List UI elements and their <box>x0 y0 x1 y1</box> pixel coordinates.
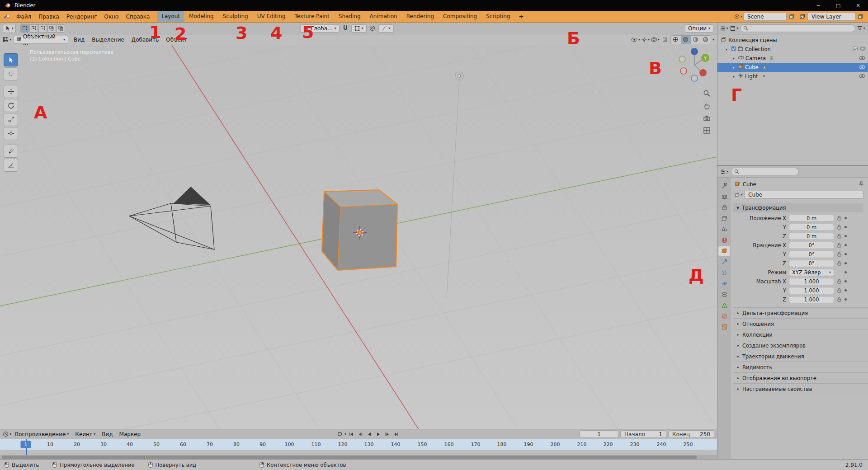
tool-cursor[interactable] <box>4 67 18 80</box>
view-layer-name-field[interactable]: View Layer <box>807 13 855 21</box>
animate-dot[interactable] <box>844 298 847 301</box>
value-field[interactable]: 1.000 <box>789 278 834 285</box>
display-mode-dropdown[interactable]: ▾ <box>730 24 738 33</box>
scene-name-field[interactable]: Scene <box>743 13 787 21</box>
light-row[interactable]: ▸ Light <box>717 72 868 81</box>
value-field[interactable]: 0 m <box>789 233 834 240</box>
shading-rendered-button[interactable] <box>701 36 711 44</box>
tab-particles[interactable] <box>718 268 730 277</box>
select-mode-extend[interactable] <box>29 24 38 33</box>
grid-ortho-icon[interactable] <box>703 127 711 136</box>
new-view-layer-button[interactable] <box>856 13 864 21</box>
collapsed-panel-header[interactable]: ▸ Настраиваемые свойства <box>733 383 868 394</box>
prev-keyframe-button[interactable] <box>356 431 364 438</box>
workspace-tab[interactable]: Compositing <box>439 11 481 22</box>
eye-icon[interactable] <box>859 64 865 70</box>
mode-dropdown[interactable]: Объектный ... ▾ <box>13 36 68 44</box>
timeline-menu-keying[interactable]: Кеинг▾ <box>72 430 98 438</box>
timeline-scrollbar-thumb[interactable] <box>2 456 697 459</box>
expander-icon[interactable]: ▸ <box>733 66 736 70</box>
tab-texture[interactable] <box>718 322 730 332</box>
object-name-field[interactable]: Cube <box>744 191 863 199</box>
eye-icon[interactable] <box>859 73 865 80</box>
next-keyframe-button[interactable] <box>383 431 392 438</box>
cube-row[interactable]: ▸ Cube <box>717 63 868 72</box>
value-field[interactable]: 0° <box>789 260 834 267</box>
menu-item[interactable]: Правка <box>35 12 63 21</box>
animate-dot[interactable] <box>844 217 847 219</box>
tab-output[interactable] <box>718 203 730 212</box>
play-button[interactable] <box>374 431 382 438</box>
show-overlays-dropdown[interactable]: ▾ <box>651 36 660 44</box>
pan-hand-icon[interactable] <box>703 102 711 111</box>
timeline-menu-marker[interactable]: Маркер <box>117 430 144 438</box>
animate-dot[interactable] <box>844 280 847 282</box>
xray-toggle[interactable] <box>661 36 669 44</box>
workspace-tab[interactable]: Modeling <box>184 11 218 22</box>
collection-row[interactable]: ▾ Collection <box>717 45 868 54</box>
lock-icon[interactable] <box>836 234 842 239</box>
workspace-tab[interactable]: Layout <box>157 11 184 22</box>
menu-item[interactable]: Рендеринг <box>63 12 101 21</box>
active-tool-button[interactable]: ▾ <box>3 24 16 33</box>
lock-icon[interactable] <box>836 243 842 248</box>
pin-icon[interactable] <box>859 181 863 188</box>
lock-icon[interactable] <box>836 225 842 230</box>
collection-checkbox[interactable] <box>731 46 736 52</box>
workspace-tab[interactable]: Animation <box>365 11 402 22</box>
tool-measure[interactable] <box>4 159 18 172</box>
scene-collection-row[interactable]: Коллекция сцены <box>717 36 868 45</box>
collapsed-panel-header[interactable]: ▸ Отношения <box>733 318 868 329</box>
workspace-tab[interactable]: Scripting <box>481 11 514 22</box>
close-button[interactable]: ✕ <box>848 0 868 11</box>
snap-magnet-toggle[interactable] <box>341 24 349 33</box>
tab-object[interactable] <box>718 246 730 256</box>
workspace-tab[interactable]: Texture Paint <box>290 11 334 22</box>
menu-item[interactable]: Справка <box>122 12 153 21</box>
proportional-editing-toggle[interactable] <box>368 24 377 33</box>
viewport-menu-item[interactable]: Выделение <box>88 35 127 44</box>
animate-dot[interactable] <box>844 235 847 237</box>
collapsed-panel-header[interactable]: ▸ Траектории движения <box>733 351 868 362</box>
tool-rotate[interactable] <box>4 99 18 112</box>
rotation-mode-dropdown[interactable]: XYZ Эйлер ▾ <box>789 269 834 276</box>
tab-modifiers[interactable] <box>718 257 730 267</box>
collection-viewport-icon[interactable] <box>860 46 865 52</box>
blender-app-icon[interactable] <box>4 14 11 20</box>
tool-move[interactable] <box>4 85 18 98</box>
shading-dropdown-icon[interactable]: ▾ <box>712 38 714 42</box>
tab-physics[interactable] <box>718 279 730 288</box>
shading-solid-button[interactable] <box>681 36 691 44</box>
select-mode-subtract[interactable] <box>38 24 47 33</box>
tab-scene[interactable] <box>718 225 730 234</box>
tool-transform[interactable] <box>4 127 18 140</box>
camera-view-icon[interactable] <box>703 115 711 123</box>
workspace-tab[interactable]: UV Editing <box>253 11 290 22</box>
transform-panel-header[interactable]: ▼ Трансформация <box>733 203 863 212</box>
collapsed-panel-header[interactable]: ▸ Видимость <box>733 362 868 372</box>
menu-item[interactable]: Файл <box>13 12 35 21</box>
options-dropdown[interactable]: Опции ▾ <box>685 24 713 33</box>
value-field[interactable]: 1.000 <box>789 296 834 303</box>
value-field[interactable]: 0 m <box>789 224 834 231</box>
lock-icon[interactable] <box>836 216 842 221</box>
animate-dot[interactable] <box>844 244 847 246</box>
select-mode-invert[interactable] <box>47 24 56 33</box>
value-field[interactable]: 0° <box>789 242 834 249</box>
maximize-button[interactable]: □ <box>828 0 848 11</box>
view-layer-icon[interactable] <box>798 13 807 21</box>
minimize-button[interactable]: ─ <box>808 0 828 11</box>
timeline-track[interactable] <box>0 450 717 455</box>
viewport-menu-item[interactable]: Объект <box>162 35 191 44</box>
lock-icon[interactable] <box>836 261 842 266</box>
animate-dot[interactable] <box>844 253 847 255</box>
timeline-ruler[interactable]: 1020304050607080901001101201301401501601… <box>0 439 717 450</box>
camera-row[interactable]: ▸ Camera <box>717 54 868 63</box>
tool-select-box[interactable] <box>4 53 18 66</box>
value-field[interactable]: 0° <box>789 251 834 258</box>
expander-icon[interactable]: ▾ <box>726 47 729 52</box>
navigation-gizmo[interactable]: Y <box>675 46 713 84</box>
tab-object-data[interactable] <box>718 301 730 310</box>
collection-exclude-checkbox[interactable] <box>853 46 858 52</box>
frame-end-field[interactable]: Конец250 <box>668 430 714 438</box>
